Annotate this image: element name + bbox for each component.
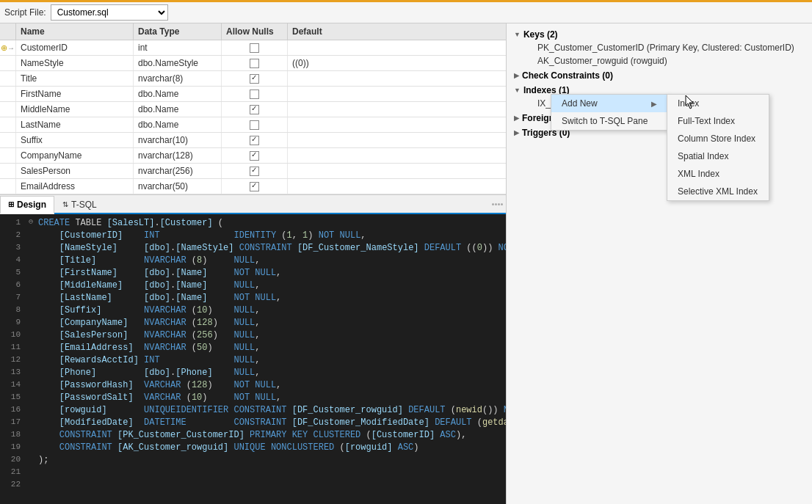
line-content: [LastName] [dbo].[Name] NOT NULL, (35, 292, 506, 304)
key-cell (0, 102, 16, 117)
line-content: CONSTRAINT [PK_Customer_CustomerID] PRIM… (35, 429, 506, 442)
sql-line: 13 [Phone] [dbo].[Phone] NULL, (0, 367, 506, 379)
arrow-icon: → (7, 44, 15, 52)
ctx-item-switch-tsql[interactable]: Switch to T-SQL Pane (551, 112, 667, 130)
line-content: [FirstName] [dbo].[Name] NOT NULL, (35, 267, 506, 280)
fold-icon (26, 454, 35, 467)
line-number: 22 (0, 479, 26, 492)
table-row[interactable]: Title nvarchar(8) (0, 71, 506, 87)
fold-icon (26, 392, 35, 404)
sql-line: 16 [rowguid] UNIQUEIDENTIFIER CONSTRAINT… (0, 404, 506, 417)
col-header-datatype: Data Type (134, 23, 222, 40)
line-content: [PasswordHash] VARCHAR (128) NOT NULL, (35, 379, 506, 392)
sql-line: 9 [CompanyName] NVARCHAR (128) NULL, (0, 317, 506, 329)
checkbox (250, 90, 259, 99)
line-content: [Suffix] NVARCHAR (10) NULL, (35, 304, 506, 317)
key-cell (0, 87, 16, 101)
ctx-item-addnew-label: Add New (562, 98, 598, 109)
grip-dot (501, 203, 503, 205)
table-row[interactable]: EmailAddress nvarchar(50) (0, 179, 506, 194)
name-cell: LastName (16, 117, 134, 132)
script-file-select[interactable]: Customer.sql (51, 4, 168, 21)
line-number: 21 (0, 467, 26, 479)
sql-line: 22 (0, 479, 506, 492)
key-item-2[interactable]: AK_Customer_rowguid (rowguid) (511, 54, 808, 67)
fold-icon (26, 342, 35, 354)
ctx-item-switch-label: Switch to T-SQL Pane (562, 116, 648, 126)
name-cell: Title (16, 71, 134, 86)
tsql-icon: ⇅ (62, 200, 68, 208)
table-row[interactable]: SalesPerson nvarchar(256) (0, 164, 506, 179)
line-content: CONSTRAINT [AK_Customer_rowguid] UNIQUE … (35, 442, 506, 454)
table-row[interactable]: FirstName dbo.Name (0, 87, 506, 102)
sub-ctx-item-index[interactable]: Index (667, 95, 769, 112)
datatype-cell: int (134, 40, 222, 55)
name-cell: FirstName (16, 87, 134, 101)
table-row[interactable]: MiddleName dbo.Name (0, 102, 506, 117)
name-cell: CustomerID (16, 40, 134, 55)
line-content: [RewardsAcctId] INT NULL, (35, 354, 506, 367)
col-header-key (0, 23, 16, 40)
table-row[interactable]: CompanyName nvarchar(128) (0, 148, 506, 164)
sql-line: 6 [MiddleName] [dbo].[Name] NULL, (0, 280, 506, 292)
line-content: [EmailAddress] NVARCHAR (50) NULL, (35, 342, 506, 354)
key-cell (0, 133, 16, 147)
line-number: 8 (0, 304, 26, 317)
sub-ctx-item-selective-xml[interactable]: Selective XML Index (667, 183, 769, 200)
key-item-1[interactable]: PK_Customer_CustomerID (Primary Key, Clu… (511, 41, 808, 54)
table-row[interactable]: Suffix nvarchar(10) (0, 133, 506, 148)
line-number: 6 (0, 280, 26, 292)
grip-dot (492, 203, 494, 205)
line-number: 16 (0, 404, 26, 417)
table-row[interactable]: ⊕→ CustomerID int (0, 40, 506, 56)
allownulls-cell (222, 148, 288, 163)
sql-line: 5 [FirstName] [dbo].[Name] NOT NULL, (0, 267, 506, 280)
allownulls-cell (222, 117, 288, 132)
tab-tsql-label: T-SQL (71, 200, 97, 210)
line-content: [SalesPerson] NVARCHAR (256) NULL, (35, 329, 506, 342)
tab-grip (489, 200, 506, 208)
key-icon: ⊕ (1, 43, 7, 53)
default-cell (288, 148, 506, 163)
sub-ctx-item-spatial[interactable]: Spatial Index (667, 147, 769, 165)
checkbox (250, 59, 259, 68)
line-number: 2 (0, 230, 26, 242)
line-content: [rowguid] UNIQUEIDENTIFIER CONSTRAINT [D… (35, 404, 506, 417)
allownulls-cell (222, 102, 288, 117)
fold-icon (26, 467, 35, 479)
default-cell (288, 40, 506, 55)
grip-dot (498, 203, 500, 205)
check-constraints-header[interactable]: ▶ Check Constraints (0) (511, 69, 808, 82)
checkbox (250, 151, 259, 161)
check-constraints-section: ▶ Check Constraints (0) (511, 69, 808, 82)
tab-tsql[interactable]: ⇅ T-SQL (54, 196, 105, 213)
ctx-item-addnew[interactable]: Add New ▶ (551, 95, 667, 112)
sub-ctx-item-fulltext[interactable]: Full-Text Index (667, 112, 769, 130)
datatype-cell: nvarchar(50) (134, 179, 222, 194)
fold-icon (26, 329, 35, 342)
name-cell: CompanyName (16, 148, 134, 163)
sql-line: 4 [Title] NVARCHAR (8) NULL, (0, 255, 506, 267)
name-cell: SalesPerson (16, 164, 134, 178)
table-row[interactable]: NameStyle dbo.NameStyle ((0)) (0, 56, 506, 71)
fold-icon (26, 379, 35, 392)
fold-icon (26, 429, 35, 442)
fold-icon: ⊖ (26, 217, 35, 230)
line-content: [MiddleName] [dbo].[Name] NULL, (35, 280, 506, 292)
sql-editor[interactable]: 1 ⊖ CREATE TABLE [SalesLT].[Customer] ( … (0, 214, 506, 504)
line-content: [Title] NVARCHAR (8) NULL, (35, 255, 506, 267)
sql-line: 15 [PasswordSalt] VARCHAR (10) NOT NULL, (0, 392, 506, 404)
checkbox (250, 74, 259, 84)
line-number: 18 (0, 429, 26, 442)
sub-ctx-item-xml[interactable]: XML Index (667, 165, 769, 183)
design-icon: ⊞ (8, 200, 14, 208)
default-cell: ((0)) (288, 56, 506, 70)
table-row[interactable]: LastName dbo.Name (0, 117, 506, 133)
line-content: [CompanyName] NVARCHAR (128) NULL, (35, 317, 506, 329)
keys-header[interactable]: ▼ Keys (2) (511, 28, 808, 41)
sub-ctx-item-columnstore[interactable]: Column Store Index (667, 130, 769, 147)
keys-label: Keys (2) (523, 29, 558, 40)
context-menu: Add New ▶ Switch to T-SQL Pane (551, 94, 668, 131)
tab-design[interactable]: ⊞ Design (0, 196, 54, 214)
line-content (35, 479, 506, 492)
